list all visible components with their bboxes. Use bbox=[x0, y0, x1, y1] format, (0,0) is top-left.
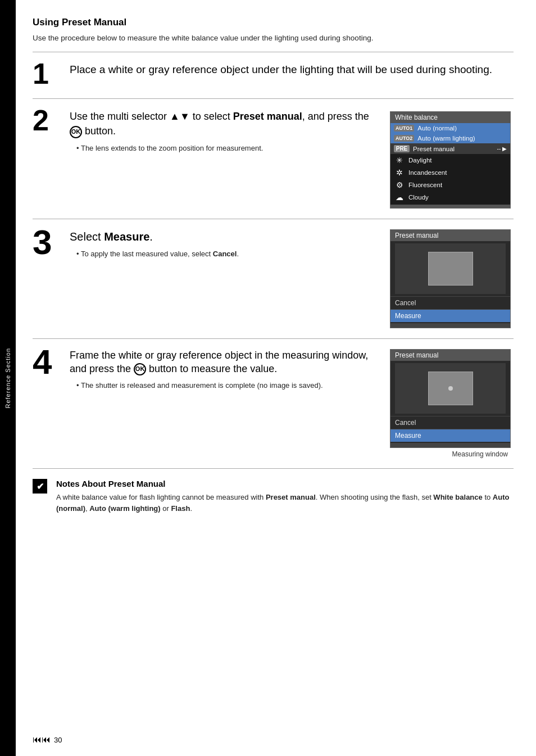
pm-panel-title-3: Preset manual bbox=[390, 230, 510, 241]
wb-label-incandescent: Incandescent bbox=[408, 169, 447, 176]
wb-label-auto2: Auto (warm lighting) bbox=[417, 135, 475, 142]
sidebar-label: Reference Section bbox=[4, 348, 11, 409]
step-2-number: 2 bbox=[33, 106, 66, 135]
pm-measure-4: Measure bbox=[390, 429, 510, 442]
step-4-text: Frame the white or gray reference object… bbox=[70, 349, 373, 375]
notes-section: ✔ Notes About Preset Manual A white bala… bbox=[33, 468, 514, 514]
step-2-row: 2 Use the multi selector ▲▼ to select Pr… bbox=[33, 98, 514, 219]
wb-row-incandescent: ✲ Incandescent bbox=[390, 166, 510, 179]
step-4-bullet: The shutter is released and measurement … bbox=[76, 380, 373, 391]
notes-icon-col: ✔ bbox=[33, 479, 49, 514]
step-2-bullet: The lens extends to the zoom position fo… bbox=[76, 143, 373, 154]
pm-bottom-4 bbox=[390, 443, 510, 447]
footer-icon: ⏮⏮ bbox=[33, 735, 51, 745]
step-2-body: Use the multi selector ▲▼ to select Pres… bbox=[70, 109, 514, 209]
wb-icon-daylight: ✳ bbox=[394, 156, 405, 165]
wb-label-cloudy: Cloudy bbox=[408, 194, 429, 201]
step-4-text-col: Frame the white or gray reference object… bbox=[70, 349, 373, 391]
pm-preview-inner-3 bbox=[428, 252, 473, 286]
step-3-row: 3 Select Measure. To apply the last meas… bbox=[33, 219, 514, 338]
wb-row-daylight: ✳ Daylight bbox=[390, 154, 510, 166]
step-3-text-col: Select Measure. To apply the last measur… bbox=[70, 229, 373, 260]
preset-manual-panel-3: Preset manual Cancel Measure bbox=[390, 229, 514, 328]
wb-row-fluorescent: ⚙ Fluorescent bbox=[390, 179, 510, 191]
step-2-text: Use the multi selector ▲▼ to select Pres… bbox=[70, 109, 373, 138]
sidebar: Reference Section bbox=[0, 0, 16, 756]
step-3-body: Select Measure. To apply the last measur… bbox=[70, 229, 514, 328]
step-1-number: 1 bbox=[33, 59, 66, 88]
wb-panel-bottom bbox=[390, 205, 510, 208]
notes-content-col: Notes About Preset Manual A white balanc… bbox=[56, 479, 514, 514]
footer-page-number: 30 bbox=[54, 736, 62, 744]
step-4-row: 4 Frame the white or gray reference obje… bbox=[33, 338, 514, 468]
pm-dot bbox=[448, 386, 453, 391]
pm-bottom-3 bbox=[390, 323, 510, 328]
main-content: Using Preset Manual Use the procedure be… bbox=[16, 0, 536, 756]
pm-preview-3 bbox=[395, 243, 506, 294]
wb-row-pre: PRE Preset manual -- ▶ bbox=[390, 143, 510, 154]
step-4-body: Frame the white or gray reference object… bbox=[70, 349, 514, 458]
ok-icon-step4: OK bbox=[134, 363, 146, 375]
step-4-content: Frame the white or gray reference object… bbox=[66, 349, 514, 458]
wb-label-auto1: Auto (normal) bbox=[417, 125, 457, 132]
ok-icon: OK bbox=[70, 126, 82, 138]
step-3-content: Select Measure. To apply the last measur… bbox=[66, 229, 514, 328]
wb-badge-auto1: AUTO1 bbox=[394, 125, 414, 132]
wb-panel-title: White balance bbox=[390, 112, 510, 123]
pm-menu-4: Preset manual Cancel Measure bbox=[390, 349, 511, 448]
notes-check-icon: ✔ bbox=[33, 479, 47, 494]
section-title: Using Preset Manual bbox=[33, 17, 514, 28]
pm-panel-title-4: Preset manual bbox=[390, 350, 510, 361]
step-2-text-col: Use the multi selector ▲▼ to select Pres… bbox=[70, 109, 373, 154]
pm-menu-3: Preset manual Cancel Measure bbox=[390, 229, 511, 328]
pm-cancel-3: Cancel bbox=[390, 296, 510, 309]
wb-icon-incandescent: ✲ bbox=[394, 168, 405, 177]
white-balance-panel: White balance AUTO1 Auto (normal) AUTO2 … bbox=[390, 111, 514, 209]
step-2-content: Use the multi selector ▲▼ to select Pres… bbox=[66, 109, 514, 209]
notes-body: A white balance value for flash lighting… bbox=[56, 492, 514, 514]
step-1-content: Place a white or gray reference object u… bbox=[66, 62, 514, 82]
wb-row-auto1: AUTO1 Auto (normal) bbox=[390, 123, 510, 133]
wb-label-pre: Preset manual bbox=[413, 146, 455, 152]
footer: ⏮⏮ 30 bbox=[33, 735, 62, 745]
preset-manual-panel-4: Preset manual Cancel Measure bbox=[390, 349, 514, 458]
notes-title: Notes About Preset Manual bbox=[56, 479, 514, 488]
step-1-row: 1 Place a white or gray reference object… bbox=[33, 52, 514, 98]
step-1-text: Place a white or gray reference object u… bbox=[70, 62, 514, 78]
wb-icon-cloudy: ☁ bbox=[394, 193, 405, 202]
pm-cancel-4: Cancel bbox=[390, 416, 510, 429]
measuring-window-label: Measuring window bbox=[390, 450, 514, 458]
step-3-bullet: To apply the last measured value, select… bbox=[76, 248, 373, 260]
step-4-number: 4 bbox=[33, 345, 66, 379]
wb-menu: White balance AUTO1 Auto (normal) AUTO2 … bbox=[390, 111, 511, 209]
pm-measure-3: Measure bbox=[390, 309, 510, 322]
wb-label-daylight: Daylight bbox=[408, 157, 432, 164]
wb-badge-auto2: AUTO2 bbox=[394, 135, 414, 142]
pm-preview-4 bbox=[395, 363, 506, 414]
wb-row-cloudy: ☁ Cloudy bbox=[390, 191, 510, 203]
step-3-number: 3 bbox=[33, 225, 66, 260]
section-intro: Use the procedure below to measure the w… bbox=[33, 33, 514, 44]
pm-window-row: Preset manual Cancel Measure bbox=[390, 349, 514, 458]
wb-label-fluorescent: Fluorescent bbox=[408, 182, 442, 188]
wb-arrows: -- ▶ bbox=[497, 146, 507, 152]
wb-icon-fluorescent: ⚙ bbox=[394, 180, 405, 189]
wb-row-auto2: AUTO2 Auto (warm lighting) bbox=[390, 133, 510, 143]
pm-preview-inner-4 bbox=[428, 372, 473, 405]
step-3-text: Select Measure. bbox=[70, 229, 373, 244]
wb-badge-pre: PRE bbox=[394, 145, 410, 152]
